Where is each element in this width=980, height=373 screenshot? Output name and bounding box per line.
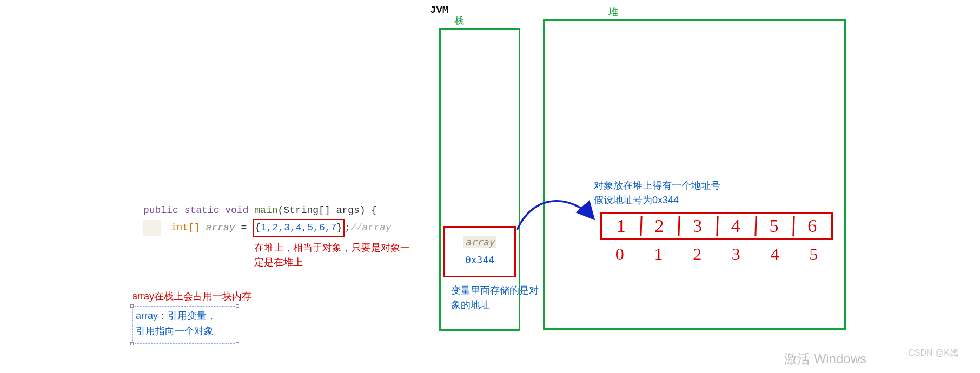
heap-index: 0 (600, 244, 639, 264)
stack-var-addr: 0x344 (445, 254, 514, 265)
kw-void: void (225, 205, 248, 216)
heap-cells: 1 2 3 4 5 6 (600, 212, 833, 240)
code-line-1: public static void main(String[] args) { (143, 203, 392, 219)
stack-var-name: array (463, 236, 496, 248)
pointer-arrow-icon (513, 189, 605, 254)
heap-index: 4 (756, 244, 794, 264)
stack-store-note: 变量里面存储的是对 象的地址 (451, 283, 548, 312)
watermark-csdn: CSDN @K嫣 (908, 348, 958, 359)
ref-note-l2: 引用指向一个对象 (136, 325, 214, 336)
semi: ; (345, 222, 350, 233)
heap-cell: 1 (602, 214, 640, 238)
eq: = (235, 222, 253, 233)
type-int-arr: int[] (171, 222, 200, 233)
heap-cell: 5 (755, 214, 793, 238)
heap-rect (543, 19, 846, 330)
kw-static: static (184, 205, 220, 216)
heap-index: 3 (717, 244, 756, 264)
gutter-icon (143, 220, 161, 236)
code-line-2: int[] array = {1,2,3,4,5,6,7};//array (143, 219, 392, 237)
heap-addr-note-l2: 假设地址号为0x344 (594, 195, 679, 205)
heap-cell: 6 (793, 214, 831, 238)
handle-icon (236, 304, 239, 308)
watermark-activate-windows: 激活 Windows (784, 350, 866, 368)
handle-icon (130, 304, 134, 308)
heap-cell: 2 (640, 214, 679, 238)
stack-var-box: array 0x344 (443, 226, 516, 277)
comment: //array (350, 222, 392, 233)
stack-store-note-l2: 象的地址 (451, 299, 490, 310)
stack-label: 栈 (454, 14, 464, 27)
code-block: public static void main(String[] args) {… (143, 203, 392, 237)
stack-mem-title: array在栈上会占用一块内存 (132, 290, 251, 303)
heap-cell: 4 (717, 214, 755, 238)
heap-note-l2: 定是在堆上 (254, 257, 303, 268)
heap-indices: 0 1 2 3 4 5 (600, 244, 833, 264)
stack-store-note-l1: 变量里面存储的是对 (451, 285, 539, 296)
heap-addr-note-l1: 对象放在堆上得有一个地址号 (594, 180, 720, 191)
handle-icon (130, 342, 134, 345)
kw-public: public (143, 205, 178, 216)
lit-close: } (336, 222, 342, 233)
var-array: array (206, 222, 235, 233)
heap-cell: 3 (678, 214, 717, 238)
jvm-title: JVM (430, 4, 448, 16)
func-main: main (254, 205, 277, 216)
handle-icon (236, 342, 239, 345)
heap-note: 在堆上，相当于对象，只要是对象一 定是在堆上 (254, 241, 416, 270)
ref-note-l1: array：引用变量， (136, 310, 216, 321)
heap-index: 5 (794, 244, 833, 264)
lit-open: { (255, 222, 261, 233)
heap-index: 2 (678, 244, 717, 264)
array-literal-box: {1,2,3,4,5,6,7} (253, 219, 345, 237)
heap-index: 1 (639, 244, 678, 264)
ref-variable-box: array：引用变量， 引用指向一个对象 (132, 306, 237, 344)
main-args: (String[] args) { (278, 205, 378, 216)
heap-addr-note: 对象放在堆上得有一个地址号 假设地址号为0x344 (594, 178, 720, 208)
heap-label: 堆 (608, 5, 618, 18)
heap-note-l1: 在堆上，相当于对象，只要是对象一 (254, 242, 410, 253)
lit-values: 1,2,3,4,5,6,7 (261, 222, 336, 233)
